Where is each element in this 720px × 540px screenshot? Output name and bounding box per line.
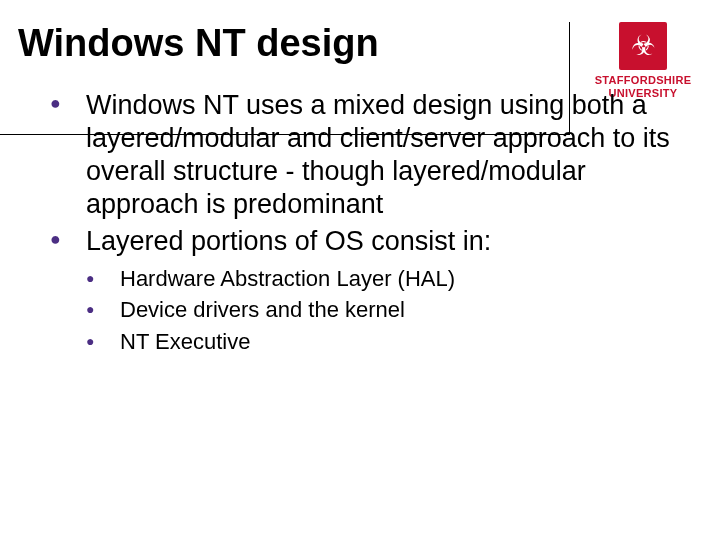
list-item: Layered portions of OS consist in: Hardw…: [50, 225, 680, 357]
list-item: Device drivers and the kernel: [86, 295, 680, 325]
list-item: Windows NT uses a mixed design using bot…: [50, 89, 680, 221]
sub-bullet-text: Device drivers and the kernel: [120, 297, 405, 322]
content-area: Windows NT uses a mixed design using bot…: [0, 65, 720, 357]
bullet-list: Windows NT uses a mixed design using bot…: [50, 89, 680, 357]
sub-bullet-text: Hardware Abstraction Layer (HAL): [120, 266, 455, 291]
logo-text-line1: STAFFORDSHIRE: [588, 74, 698, 87]
sub-bullet-text: NT Executive: [120, 329, 250, 354]
list-item: Hardware Abstraction Layer (HAL): [86, 264, 680, 294]
bullet-text: Windows NT uses a mixed design using bot…: [86, 90, 670, 219]
biohazard-icon: ☣: [631, 32, 656, 60]
sub-bullet-list: Hardware Abstraction Layer (HAL) Device …: [86, 264, 680, 357]
header: Windows NT design ☣ STAFFORDSHIRE UNIVER…: [0, 0, 720, 65]
bullet-text: Layered portions of OS consist in:: [86, 226, 491, 256]
slide-title: Windows NT design: [18, 22, 680, 65]
list-item: NT Executive: [86, 327, 680, 357]
university-logo: ☣ STAFFORDSHIRE UNIVERSITY: [588, 22, 698, 99]
slide: Windows NT design ☣ STAFFORDSHIRE UNIVER…: [0, 0, 720, 540]
logo-mark: ☣: [619, 22, 667, 70]
